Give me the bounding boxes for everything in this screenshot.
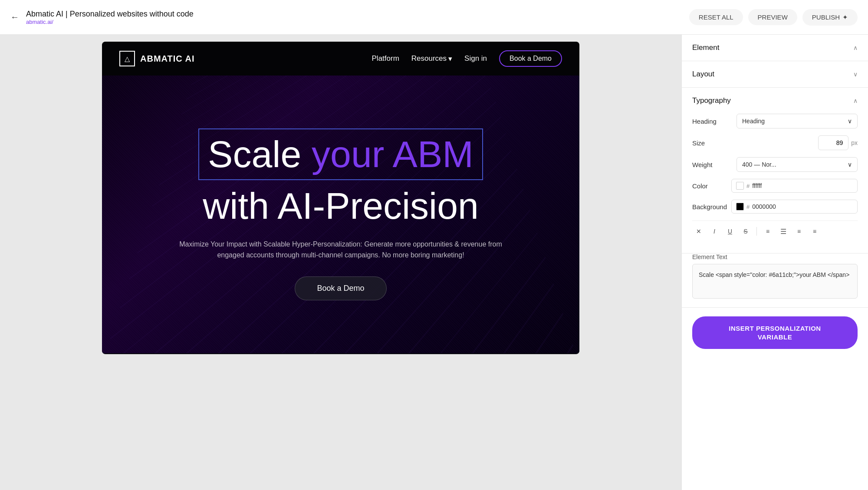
right-panel: Element ∧ Layout ∨ Typography ∧ Heading [681,35,868,490]
size-unit: px [851,139,858,146]
element-chevron-icon: ∧ [853,44,858,51]
format-x-button[interactable]: ✕ [692,225,705,237]
format-italic-button[interactable]: I [708,225,721,237]
layout-section: Layout ∨ [682,61,868,88]
color-hash: # [746,183,750,189]
format-align-left-button[interactable]: ≡ [761,225,774,237]
color-row: Color # [692,179,858,193]
size-input[interactable] [818,135,848,150]
element-section-title: Element [692,43,719,52]
publish-button[interactable]: PUBLISH ✦ [802,9,858,26]
format-separator [756,227,757,236]
weight-value: 400 — Nor... [742,161,776,168]
element-section-header[interactable]: Element ∧ [682,35,868,61]
top-bar: ← Abmatic AI | Personalized websites wit… [0,0,868,35]
weight-row: Weight 400 — Nor... ∨ [692,157,858,172]
layout-chevron-icon: ∨ [853,71,858,78]
bg-value-input[interactable] [752,203,787,210]
size-row: Size px [692,135,858,150]
format-align-right-button[interactable]: ≡ [792,225,806,237]
heading-row: Heading Heading ∨ [692,114,858,128]
top-bar-left: ← Abmatic AI | Personalized websites wit… [10,10,194,25]
heading-plain-text: Scale [208,133,312,175]
insert-btn-line2: VARIABLE [758,333,792,341]
color-value-input[interactable] [752,182,787,189]
element-text-label: Element Text [692,253,858,260]
logo-text: ABMATIC AI [140,54,195,64]
nav-signin[interactable]: Sign in [464,54,487,63]
element-section: Element ∧ [682,35,868,61]
bg-input-group: # [731,200,858,214]
insert-personalization-button[interactable]: INSERT PERSONALIZATION VARIABLE [692,316,858,349]
element-text-section: Element Text Scale <span style="color: #… [682,253,868,308]
publish-label: PUBLISH [812,13,840,21]
typography-section-title: Typography [692,96,731,105]
weight-label: Weight [692,161,731,168]
hero-heading-line2: with AI-Precision [128,185,553,227]
logo-icon-shape: △ [119,51,135,66]
heading-label: Heading [692,118,731,125]
main-layout: △ ABMATIC AI Platform Resources ▾ Sign i… [0,35,868,490]
background-row: Background # [692,200,858,214]
background-label: Background [692,203,731,210]
website-frame: △ ABMATIC AI Platform Resources ▾ Sign i… [102,42,579,354]
hero-heading-line1: Scale your ABM [208,134,473,175]
resources-dropdown-icon: ▾ [448,54,452,63]
nav-platform[interactable]: Platform [372,54,399,63]
size-input-group: px [818,135,858,150]
heading-select-chevron: ∨ [848,118,852,125]
layout-section-title: Layout [692,70,714,79]
insert-btn-line1: INSERT PERSONALIZATION [729,325,821,332]
hero-cta-button[interactable]: Book a Demo [295,276,386,300]
publish-icon: ✦ [842,13,848,21]
size-label: Size [692,139,731,147]
back-icon: ← [10,12,19,22]
element-text-area[interactable]: Scale <span style="color: #6a11cb;">your… [692,264,858,299]
weight-chevron-icon: ∨ [848,161,852,168]
color-input-group: # [731,179,858,193]
heading-selection-box[interactable]: Scale your ABM [198,128,483,180]
site-title: Abmatic AI | Personalized websites witho… [26,10,194,19]
nav-book-demo-button[interactable]: Book a Demo [499,50,562,67]
nav-resources[interactable]: Resources ▾ [411,54,452,63]
hero-section: Scale your ABM with AI-Precision Maximiz… [102,76,579,353]
bg-color-swatch[interactable] [736,203,744,210]
logo-triangle-icon: △ [125,55,130,63]
format-underline-button[interactable]: U [723,225,736,237]
format-align-center-button[interactable]: ☰ [777,225,790,237]
bg-hash: # [746,204,750,210]
preview-button[interactable]: PREVIEW [748,9,797,25]
reset-all-button[interactable]: RESET ALL [689,9,743,25]
hero-content: Scale your ABM with AI-Precision Maximiz… [128,128,553,300]
format-strikethrough-button[interactable]: S [739,225,752,237]
site-info: Abmatic AI | Personalized websites witho… [26,10,194,25]
preview-area: △ ABMATIC AI Platform Resources ▾ Sign i… [0,35,681,490]
top-bar-right: RESET ALL PREVIEW PUBLISH ✦ [689,9,858,26]
site-logo: △ ABMATIC AI [119,51,195,66]
weight-select[interactable]: 400 — Nor... ∨ [736,157,858,172]
typography-chevron-icon: ∧ [853,97,858,104]
heading-colored-text: your ABM [312,133,473,175]
typography-body: Heading Heading ∨ Size px Weigh [682,114,868,253]
heading-select[interactable]: Heading ∨ [736,114,858,128]
formatting-toolbar: ✕ I U S ≡ ☰ ≡ ≡ [692,220,858,244]
typography-section: Typography ∧ Heading Heading ∨ Size [682,88,868,253]
layout-section-header[interactable]: Layout ∨ [682,61,868,87]
format-align-justify-button[interactable]: ≡ [808,225,821,237]
site-nav: △ ABMATIC AI Platform Resources ▾ Sign i… [102,42,579,76]
typography-section-header[interactable]: Typography ∧ [682,88,868,114]
hero-description: Maximize Your Impact with Scalable Hyper… [167,239,514,261]
site-nav-links: Platform Resources ▾ Sign in Book a Demo [372,50,562,67]
site-url[interactable]: abmatic.ai/ [26,19,194,25]
color-swatch[interactable] [736,182,744,190]
heading-select-value: Heading [742,118,765,125]
back-button[interactable]: ← [10,12,19,22]
color-label: Color [692,182,731,190]
